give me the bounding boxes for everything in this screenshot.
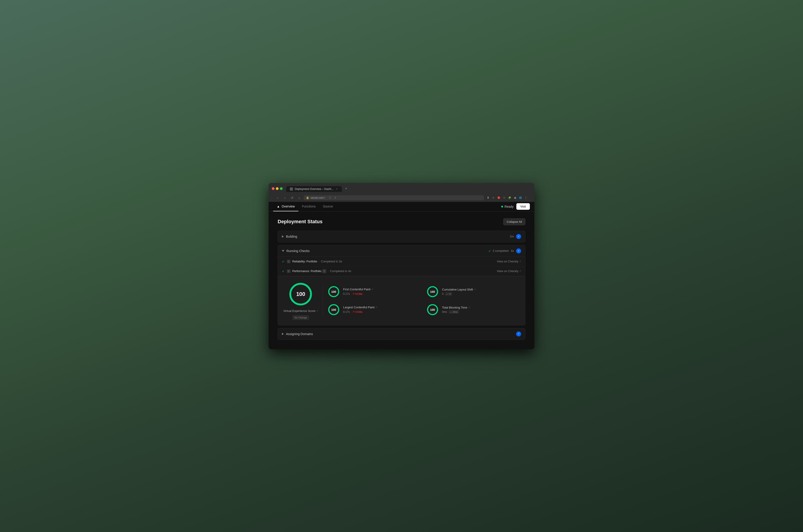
section-assigning-domains: Assigning Domains ✓ [278,328,525,340]
nav-tab-source-label: Source [323,205,333,208]
reliability-tick: ✓ [282,260,285,263]
tbt-change: — 0ms [449,310,459,314]
reliability-duration: Completed in 3s [321,260,342,263]
metric-lcp: 100 Largest Contentful Paint ↗ 0.17s [328,303,421,316]
cls-link-icon: ↗ [474,288,475,291]
deployment-header: Deployment Status Collapse All [278,218,525,225]
section-running-checks: Running Checks ✓ 2 completed 4s ✓ ✓ C Re… [278,245,525,325]
main-score-circle: 100 [288,282,313,306]
extension-icon-2[interactable]: ⬡ [502,195,506,200]
performance-external-icon: ↗ [519,270,521,272]
nav-tabs: ▲ Overview Functions Source [273,202,336,211]
extension-icon-1[interactable]: 🔴 [497,195,501,200]
lcp-circle: 100 [328,303,340,316]
performance-link[interactable]: View on Checkly ↗ [497,269,521,273]
no-change-badge: No Change [293,315,309,320]
refresh-button[interactable]: ↺ [290,195,295,201]
traffic-light-maximize[interactable] [280,187,283,190]
performance-name: Performance: Portfolio [292,269,321,273]
fcp-values: 0.17s ↗ +0.06s [343,292,373,296]
status-dot [501,206,503,208]
fcp-label: First Contentful Paint ↗ [343,288,373,291]
fcp-change: ↗ +0.06s [351,292,364,296]
lcp-change: ↗ +0.06s [351,310,364,314]
browser-chrome: Deployment Overview – Dashl... × + ‹ › ↺… [269,183,534,202]
cls-info: Cumulative Layout Shift ↗ 0 — 0 [442,288,475,296]
tbt-value: 0ms [442,310,447,314]
main-score-link-icon: ↗ [316,310,318,312]
extension-icon-4[interactable]: ▦ [513,195,517,200]
lcp-info: Largest Contentful Paint ↗ 0.17s ↗ +0.06… [343,306,377,314]
tbt-label: Total Blocking Time ↗ [442,306,470,309]
fcp-value: 0.17s [343,292,350,296]
lcp-value: 0.17s [343,310,350,314]
profile-icon[interactable]: 🌐 [518,195,523,200]
reliability-external-icon: ↗ [519,260,521,263]
lcp-change-arrow: ↗ [352,310,354,313]
section-running-checks-toggle [282,250,284,252]
extension-icon-3[interactable]: 🧩 [507,195,512,200]
nav-tab-functions[interactable]: Functions [298,202,319,211]
section-running-checks-body: ✓ C Reliability: Portfolio · Completed i… [278,256,525,325]
deployment-title: Deployment Status [278,219,322,225]
completed-count-label: 2 completed [492,249,508,252]
section-assigning-domains-meta: ✓ [516,331,521,337]
back-button[interactable]: ‹ [275,195,280,201]
completed-check-icon: ✓ [488,249,491,253]
performance-link-label: View on Checkly [497,269,518,273]
metrics-panel: 100 Virtual Experience Score ↗ No Change [278,276,525,325]
section-assigning-domains-name: Assigning Domains [286,332,313,336]
section-running-checks-time: 4s [511,249,514,252]
forward-button[interactable]: › [282,195,287,201]
fcp-circle: 100 [328,285,340,298]
tab-bar: Deployment Overview – Dashl... × + [286,185,350,192]
home-button[interactable]: ⌂ [297,195,302,201]
visit-button[interactable]: Visit [516,203,530,210]
cls-label: Cumulative Layout Shift ↗ [442,288,475,291]
address-bar[interactable]: 🔒 vercel.com / / / [304,195,484,200]
tab-close-button[interactable]: × [335,188,338,191]
cls-values: 0 — 0 [442,292,475,296]
tbt-link-icon: ↗ [468,306,470,309]
section-building-meta: 2m ✓ [510,234,521,239]
main-content: Deployment Status Collapse All Building … [269,211,534,349]
performance-edit-icon[interactable]: ✎ [322,269,326,273]
section-building-header[interactable]: Building 2m ✓ [278,231,525,242]
section-building-name: Building [286,235,297,238]
metrics-grid: 100 First Contentful Paint ↗ 0.17s [328,285,520,316]
collapse-all-button[interactable]: Collapse All [503,218,525,225]
new-tab-button[interactable]: + [343,185,349,192]
reliability-link[interactable]: View on Checkly ↗ [497,260,521,263]
share-icon[interactable]: ⬆ [486,195,490,200]
traffic-light-close[interactable] [272,187,275,190]
section-running-checks-header[interactable]: Running Checks ✓ 2 completed 4s ✓ [278,245,525,256]
section-assigning-domains-header[interactable]: Assigning Domains ✓ [278,328,525,340]
fcp-info: First Contentful Paint ↗ 0.17s ↗ +0.06s [343,288,373,296]
metric-cls: 100 Cumulative Layout Shift ↗ 0 [426,285,520,298]
check-item-reliability: ✓ C Reliability: Portfolio · Completed i… [278,257,525,266]
fcp-number: 100 [331,290,336,293]
browser-tab-active[interactable]: Deployment Overview – Dashl... × [286,186,342,192]
performance-favicon: C [287,269,291,273]
status-indicator: Ready [501,205,513,208]
tbt-values: 0ms — 0ms [442,310,470,314]
menu-icon[interactable]: ⋮ [524,195,528,200]
cls-number: 100 [430,290,435,293]
nav-tab-source[interactable]: Source [319,202,336,211]
fcp-link-icon: ↗ [371,288,373,290]
nav-tab-overview-label: Overview [282,205,295,208]
section-running-checks-status: ✓ [516,248,521,253]
star-icon[interactable]: ☆ [491,195,496,200]
reliability-sep: · [319,260,319,264]
section-building: Building 2m ✓ [278,231,525,242]
traffic-light-minimize[interactable] [276,187,279,190]
main-score-container: 100 Virtual Experience Score ↗ No Change [283,282,318,320]
metric-tbt: 100 Total Blocking Time ↗ 0ms [426,303,520,316]
browser-controls: Deployment Overview – Dashl... × + [272,185,531,192]
performance-duration: Completed in 4s [330,269,351,273]
section-building-time: 2m [510,235,514,238]
status-label: Ready [504,205,513,208]
section-building-toggle [282,235,284,238]
nav-tab-overview[interactable]: ▲ Overview [273,202,298,211]
nav-tab-functions-label: Functions [302,205,316,208]
